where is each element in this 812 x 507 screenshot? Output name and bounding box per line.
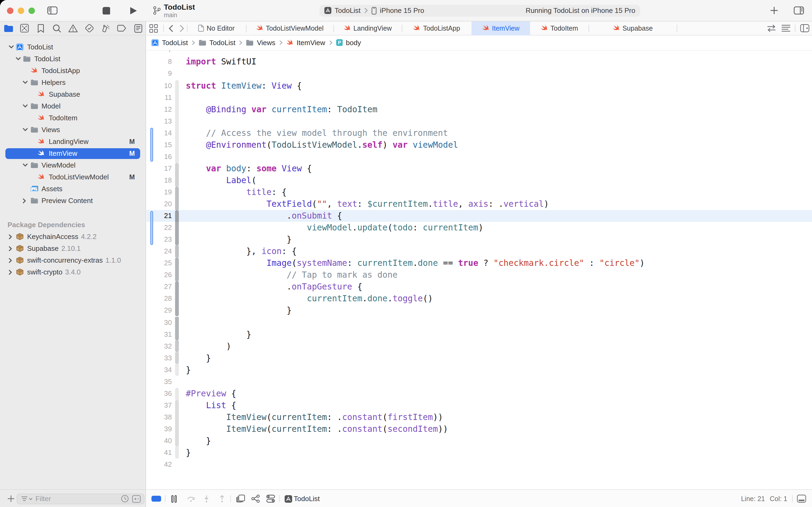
add-filter-token-icon[interactable] bbox=[132, 495, 141, 503]
sidebar-item-todolist[interactable]: TodoList bbox=[0, 53, 146, 65]
sidebar-item-todolist[interactable]: TodoList bbox=[0, 41, 146, 53]
environment-overrides-button[interactable] bbox=[265, 490, 276, 507]
memory-graph-icon bbox=[251, 495, 259, 503]
disclosure-open-icon[interactable] bbox=[23, 159, 28, 171]
step-out-button[interactable] bbox=[217, 490, 228, 507]
toggle-debug-area-button[interactable] bbox=[795, 490, 808, 507]
disclosure-open-icon[interactable] bbox=[23, 124, 28, 135]
line-number: 8 bbox=[147, 56, 172, 68]
sidebar-item-label: Views bbox=[42, 124, 60, 135]
minimize-window-button[interactable] bbox=[18, 7, 24, 14]
disclosure-closed-icon[interactable] bbox=[8, 254, 12, 266]
breadcrumb-item-todolist[interactable]: TodoList bbox=[152, 39, 188, 47]
sidebar-item-preview-content[interactable]: Preview Content bbox=[0, 195, 146, 207]
go-back-button[interactable] bbox=[166, 21, 176, 35]
package-item-swift-crypto[interactable]: swift-crypto3.4.0 bbox=[0, 266, 146, 278]
breakpoint-navigator-icon[interactable] bbox=[116, 21, 128, 35]
breadcrumb-item-body[interactable]: Pbody bbox=[336, 39, 361, 47]
package-label: swift-concurrency-extras1.1.0 bbox=[27, 254, 121, 266]
sidebar-item-assets[interactable]: Assets bbox=[0, 183, 146, 195]
view-hierarchy-button[interactable] bbox=[235, 490, 246, 507]
sidebar-item-helpers[interactable]: Helpers bbox=[0, 76, 146, 88]
package-item-swift-concurrency-extras[interactable]: swift-concurrency-extras1.1.0 bbox=[0, 254, 146, 266]
code-editor[interactable]: 78import SwiftUI910struct ItemView: View… bbox=[147, 51, 812, 489]
package-item-supabase[interactable]: Supabase2.10.1 bbox=[0, 242, 146, 254]
run-button[interactable] bbox=[128, 0, 138, 21]
stop-button[interactable] bbox=[101, 0, 112, 21]
disclosure-closed-icon[interactable] bbox=[23, 195, 26, 207]
code-review-button[interactable] bbox=[151, 490, 162, 507]
tab-no-editor[interactable]: No Editor bbox=[187, 21, 246, 35]
tab-landingview[interactable]: LandingView bbox=[334, 21, 402, 35]
sidebar-item-label: TodoList bbox=[35, 53, 60, 65]
sidebar-item-todolistapp[interactable]: TodoListApp bbox=[0, 65, 146, 76]
code-structure-ribbon bbox=[175, 293, 179, 305]
tab-label: LandingView bbox=[353, 24, 392, 32]
close-window-button[interactable] bbox=[7, 7, 13, 14]
split-editor-button[interactable] bbox=[798, 21, 811, 35]
line-col-indicator[interactable]: Line: 21Col: 1 bbox=[741, 490, 787, 507]
project-navigator-icon[interactable] bbox=[2, 21, 14, 35]
folder-icon bbox=[31, 195, 38, 207]
sidebar-item-viewmodel[interactable]: ViewModel bbox=[0, 159, 146, 171]
code-line-19: title: { bbox=[186, 186, 287, 198]
scheme-destination-selector[interactable]: TodoList iPhone 15 Pro bbox=[325, 5, 424, 16]
disclosure-open-icon[interactable] bbox=[23, 100, 28, 112]
add-editor-plus-button[interactable] bbox=[768, 0, 780, 21]
add-item-button[interactable] bbox=[5, 490, 16, 507]
line-number: 13 bbox=[147, 115, 172, 127]
sidebar-item-itemview[interactable]: ItemViewM bbox=[0, 148, 146, 159]
running-app-label[interactable]: TodoList bbox=[294, 490, 320, 507]
layers-icon bbox=[236, 495, 245, 503]
find-navigator-icon[interactable] bbox=[51, 21, 63, 35]
bookmark-navigator-icon[interactable] bbox=[35, 21, 47, 35]
pause-execution-button[interactable] bbox=[169, 490, 179, 507]
breadcrumb-item-views[interactable]: Views bbox=[246, 39, 276, 47]
sidebar-item-todoitem[interactable]: TodoItem bbox=[0, 112, 146, 124]
sidebar-footer: Filter bbox=[0, 489, 146, 507]
tab-todolistviewmodel[interactable]: TodoListViewModel bbox=[246, 21, 334, 35]
package-version: 3.4.0 bbox=[65, 268, 80, 276]
report-navigator-icon[interactable] bbox=[132, 21, 144, 35]
sidebar-item-todolistviewmodel[interactable]: TodoListViewModelM bbox=[0, 171, 146, 183]
activity-status-bar[interactable]: TodoList iPhone 15 Pro Running TodoList … bbox=[320, 5, 640, 16]
justify-lines-button[interactable] bbox=[779, 21, 792, 35]
crash-navigator-icon[interactable] bbox=[18, 21, 31, 35]
swap-arrows-button[interactable] bbox=[765, 21, 777, 35]
tab-itemview[interactable]: ItemView bbox=[471, 21, 530, 35]
toggle-right-sidebar-button[interactable] bbox=[789, 0, 808, 21]
filter-input[interactable]: Filter bbox=[17, 493, 144, 504]
issue-navigator-icon[interactable] bbox=[67, 21, 79, 35]
tab-supabase[interactable]: Supabase bbox=[589, 21, 677, 35]
tab-todoitem[interactable]: TodoItem bbox=[530, 21, 589, 35]
line-number: 32 bbox=[147, 340, 172, 352]
test-navigator-icon[interactable] bbox=[83, 21, 95, 35]
sidebar-item-views[interactable]: Views bbox=[0, 124, 146, 135]
code-line-39: ItemView(currentItem: .constant(secondIt… bbox=[186, 423, 448, 435]
disclosure-open-icon[interactable] bbox=[8, 41, 14, 53]
sidebar-item-model[interactable]: Model bbox=[0, 100, 146, 112]
tab-todolistapp[interactable]: TodoListApp bbox=[402, 21, 471, 35]
sidebar-item-label: TodoListViewModel bbox=[49, 171, 109, 183]
editor-grid-menu-button[interactable] bbox=[148, 21, 160, 35]
disclosure-closed-icon[interactable] bbox=[8, 242, 12, 254]
disclosure-closed-icon[interactable] bbox=[8, 266, 12, 278]
zoom-window-button[interactable] bbox=[28, 7, 35, 14]
debug-navigator-icon[interactable] bbox=[100, 21, 111, 35]
sidebar-item-landingview[interactable]: LandingViewM bbox=[0, 135, 146, 148]
package-item-keychainaccess[interactable]: KeychainAccess4.2.2 bbox=[0, 231, 146, 242]
breadcrumb-item-todolist[interactable]: TodoList bbox=[199, 39, 235, 47]
package-label: KeychainAccess4.2.2 bbox=[27, 231, 97, 242]
recent-filter-clock-icon[interactable] bbox=[121, 495, 129, 503]
step-over-button[interactable] bbox=[185, 490, 196, 507]
breadcrumb-item-itemview[interactable]: ItemView bbox=[286, 39, 325, 47]
disclosure-open-icon[interactable] bbox=[23, 76, 28, 88]
disclosure-open-icon[interactable] bbox=[15, 53, 21, 65]
scheme-name[interactable]: TodoList bbox=[164, 2, 195, 11]
toggle-left-sidebar-button[interactable] bbox=[46, 0, 58, 21]
sidebar-item-supabase[interactable]: Supabase bbox=[0, 88, 146, 100]
disclosure-closed-icon[interactable] bbox=[8, 231, 12, 242]
go-forward-button[interactable] bbox=[177, 21, 186, 35]
step-into-button[interactable] bbox=[201, 490, 212, 507]
debug-memory-graph-button[interactable] bbox=[250, 490, 261, 507]
